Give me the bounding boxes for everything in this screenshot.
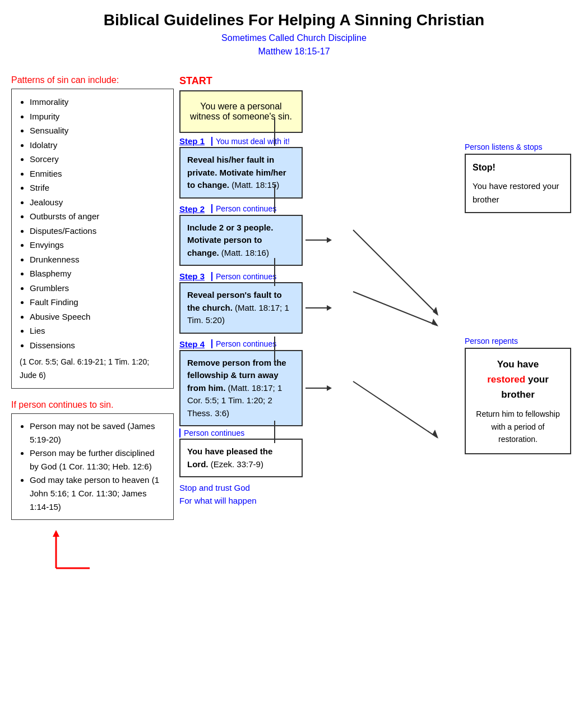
start-row: START You were a personal witness of som… xyxy=(179,75,459,133)
center-right-wrapper: START You were a personal witness of som… xyxy=(179,75,459,574)
pleased-section: Person continues You have pleased the Lo… xyxy=(179,429,459,477)
step1-header: Step 1 You must deal with it! xyxy=(179,136,459,146)
step4-continues: Person continues xyxy=(211,339,276,348)
list-item: Lies xyxy=(30,324,165,338)
step2-text: Include 2 or 3 people. Motivate person t… xyxy=(187,223,273,257)
subtitle-line2: Matthew 18:15-17 xyxy=(11,45,577,58)
list-item: Immorality xyxy=(30,95,165,109)
red-arrow-svg xyxy=(11,529,101,574)
list-item: Envyings xyxy=(30,238,165,252)
stop-trust: Stop and trust God For what will happen xyxy=(179,482,459,507)
list-item: God may take person to heaven (1 John 5:… xyxy=(30,473,165,514)
patterns-refs: (1 Cor. 5:5; Gal. 6:19-21; 1 Tim. 1:20; … xyxy=(20,356,165,383)
step4-header: Step 4 Person continues xyxy=(179,339,459,349)
red-arrow-container xyxy=(11,529,174,574)
subtitle-line1: Sometimes Called Church Discipline xyxy=(11,31,577,45)
svg-marker-6 xyxy=(327,305,332,311)
page-title: Biblical Guidelines For Helping A Sinnin… xyxy=(11,11,577,29)
step3-row: Reveal person's fault to the church. (Ma… xyxy=(179,282,459,334)
start-label: START xyxy=(179,75,314,87)
pleased-text: You have pleased the Lord. xyxy=(187,446,272,469)
stop-box-line2: You have restored your brother xyxy=(473,179,563,206)
step1-row: Reveal his/her fault in private. Motivat… xyxy=(179,147,459,199)
patterns-label: Patterns of sin can include: xyxy=(11,75,174,85)
start-section: START You were a personal witness of som… xyxy=(179,75,314,133)
step4-text: Remove person from the fellowship & turn… xyxy=(187,358,286,393)
step4-row: Remove person from the fellowship & turn… xyxy=(179,350,459,427)
list-item: Dissensions xyxy=(30,338,165,353)
list-item: Sorcery xyxy=(30,152,165,167)
right-column: Person listens & stops Stop! You have re… xyxy=(459,75,577,574)
list-item: Impurity xyxy=(30,109,165,124)
if-continues-box: Person may not be saved (James 5:19-20) … xyxy=(11,413,174,520)
restored-title: You have restored yourbrother xyxy=(473,357,563,403)
step3-box: Reveal person's fault to the church. (Ma… xyxy=(179,282,303,334)
list-item: Grumblers xyxy=(30,281,165,296)
svg-marker-8 xyxy=(327,385,332,391)
step1-box: Reveal his/her fault in private. Motivat… xyxy=(179,147,303,199)
patterns-box: Immorality Impurity Sensuality Idolatry … xyxy=(11,89,174,389)
step3-text: Reveal person's fault to the church. xyxy=(187,290,282,312)
list-item: Outbursts of anger xyxy=(30,209,165,224)
list-item: Enmities xyxy=(30,167,165,181)
list-item: Person may be further disciplined by God… xyxy=(30,446,165,473)
list-item: Idolatry xyxy=(30,138,165,153)
step1-label: Step 1 xyxy=(179,136,205,146)
pleased-box: You have pleased the Lord. (Ezek. 33:7-9… xyxy=(179,439,303,477)
stop-trust-line1: Stop and trust God xyxy=(179,482,459,495)
list-item: Blasphemy xyxy=(30,266,165,281)
step2-row: Include 2 or 3 people. Motivate person t… xyxy=(179,215,459,266)
svg-marker-1 xyxy=(53,530,59,537)
arrow-step3-right xyxy=(303,300,336,316)
step1-continues: You must deal with it! xyxy=(211,137,290,146)
step2-header: Step 2 Person continues xyxy=(179,204,459,214)
step4-label: Step 4 xyxy=(179,339,205,349)
list-item: Person may not be saved (James 5:19-20) xyxy=(30,420,165,446)
list-item: Drunkenness xyxy=(30,252,165,267)
person-listens-label: Person listens & stops xyxy=(465,142,577,151)
subtitle: Sometimes Called Church Discipline Matth… xyxy=(11,31,577,58)
step1-section: Step 1 You must deal with it! Reveal his… xyxy=(179,133,459,199)
svg-marker-4 xyxy=(327,237,332,243)
start-box: You were a personal witness of someone's… xyxy=(179,90,303,133)
arrow-step2-right xyxy=(303,232,336,248)
patterns-list: Immorality Impurity Sensuality Idolatry … xyxy=(20,95,165,352)
return-text: Return him to fellowship with a period o… xyxy=(473,408,563,445)
stop-trust-line2: For what will happen xyxy=(179,495,459,508)
list-item: Strife xyxy=(30,181,165,195)
step3-label: Step 3 xyxy=(179,271,205,281)
stop-box: Stop! You have restored your brother xyxy=(465,154,571,213)
step3-header: Step 3 Person continues xyxy=(179,271,459,281)
step5-continues: Person continues xyxy=(179,429,459,437)
step1-text: Reveal his/her fault in private. Motivat… xyxy=(187,155,286,190)
step4-section: Step 4 Person continues Remove person fr… xyxy=(179,336,459,427)
restored-word: restored xyxy=(487,374,525,385)
step4-box: Remove person from the fellowship & turn… xyxy=(179,350,303,427)
step2-continues: Person continues xyxy=(211,204,276,213)
restored-box: You have restored yourbrother Return him… xyxy=(465,348,571,455)
list-item: Jealousy xyxy=(30,195,165,210)
left-column: Patterns of sin can include: Immorality … xyxy=(11,75,179,574)
step3-section: Step 3 Person continues Reveal person's … xyxy=(179,268,459,334)
list-item: Abusive Speech xyxy=(30,310,165,324)
list-item: Sensuality xyxy=(30,123,165,138)
step3-continues: Person continues xyxy=(211,272,276,281)
step2-box: Include 2 or 3 people. Motivate person t… xyxy=(179,215,303,266)
arrow-step4-right xyxy=(303,380,336,397)
if-continues-list: Person may not be saved (James 5:19-20) … xyxy=(20,420,165,514)
step2-label: Step 2 xyxy=(179,204,205,214)
restored-line1: You have xyxy=(497,359,539,370)
list-item: Fault Finding xyxy=(30,295,165,310)
if-continues-label: If person continues to sin. xyxy=(11,400,174,410)
step2-section: Step 2 Person continues Include 2 or 3 p… xyxy=(179,201,459,266)
list-item: Disputes/Factions xyxy=(30,224,165,238)
person-repents-label: Person repents xyxy=(465,337,577,346)
stop-box-line1: Stop! xyxy=(473,160,563,175)
